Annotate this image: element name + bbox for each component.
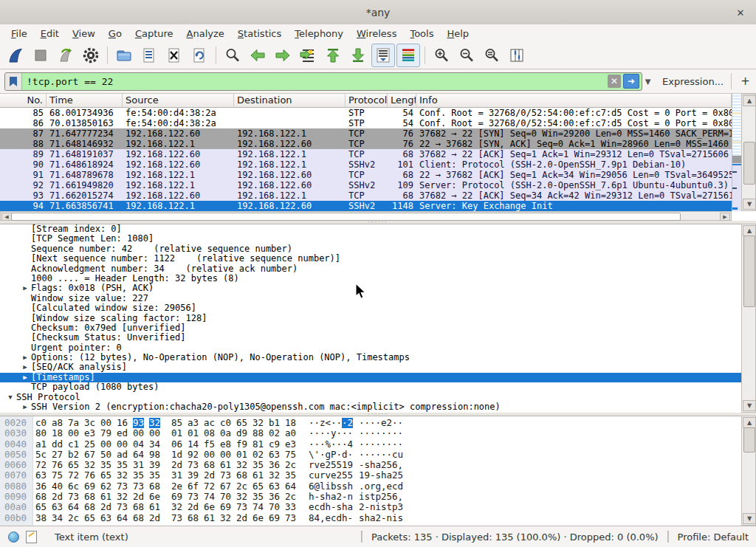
bytes-vscrollbar[interactable]: ▲ ▼ — [741, 416, 756, 526]
resize-columns-icon[interactable] — [505, 44, 529, 67]
column-header-no[interactable]: No. — [0, 94, 47, 108]
menu-telephony[interactable]: Telephony — [288, 27, 350, 41]
hex-row[interactable]: 00a0656364682d736861322d6e6973747033ecdh… — [0, 502, 756, 512]
hex-row[interactable]: 0030801800e379ed00000101080ad98802a0····… — [0, 428, 756, 438]
menu-tools[interactable]: Tools — [403, 27, 440, 41]
scroll-up-icon[interactable]: ▲ — [743, 95, 756, 106]
scroll-up-icon[interactable]: ▲ — [743, 417, 756, 428]
scroll-down-icon[interactable]: ▼ — [743, 400, 756, 411]
file-save-icon[interactable] — [137, 44, 161, 67]
file-open-icon[interactable] — [112, 44, 136, 67]
detail-line[interactable]: [Checksum Status: Unverified] — [0, 333, 756, 343]
menu-analyze[interactable]: Analyze — [180, 27, 231, 41]
detail-line[interactable]: ▶[SEQ/ACK analysis] — [0, 362, 756, 372]
expander-closed-icon[interactable]: ▶ — [19, 373, 31, 382]
filter-history-dropdown-icon[interactable]: ▼ — [644, 78, 652, 86]
profile-selector[interactable]: Profile: Default — [678, 531, 749, 543]
scroll-down-icon[interactable]: ▼ — [743, 199, 756, 210]
detail-line[interactable]: Acknowledgment number: 34 (relative ack … — [0, 264, 756, 274]
hex-row[interactable]: 0070637572766532353531392d7368613235curv… — [0, 470, 756, 481]
packet-row[interactable]: 9271.661949820192.168.122.1192.168.122.6… — [0, 180, 732, 190]
expression-button[interactable]: Expression... — [662, 76, 724, 87]
scrollbar-thumb[interactable] — [743, 142, 755, 185]
packet-row[interactable]: 8568.001734936fe:54:00:d4:38:2aSTP54Conf… — [0, 108, 732, 118]
capture-comment-icon[interactable] — [26, 531, 37, 543]
filter-apply-icon[interactable]: ➜ — [623, 74, 639, 89]
packet-row[interactable]: 8971.648191037192.168.122.60192.168.122.… — [0, 149, 732, 159]
hex-row[interactable]: 00505c27b26750ad64981d92000001026375\'·g… — [0, 450, 756, 460]
packet-row[interactable]: 9171.648789678192.168.122.1192.168.122.6… — [0, 170, 732, 180]
filter-bookmark-icon[interactable] — [5, 73, 22, 90]
go-back-icon[interactable] — [246, 44, 269, 67]
display-filter-input[interactable]: !tcp.port == 22 ✕ ➜ — [4, 72, 642, 91]
go-last-icon[interactable] — [346, 44, 370, 67]
scrollbar-thumb[interactable] — [743, 427, 755, 453]
zoom-in-icon[interactable] — [430, 44, 453, 67]
filter-clear-icon[interactable]: ✕ — [608, 75, 621, 88]
capture-restart-icon[interactable] — [54, 44, 78, 67]
details-vscrollbar[interactable]: ▲ ▼ — [741, 224, 756, 413]
auto-scroll-toggle-icon[interactable] — [371, 44, 395, 67]
scroll-down-icon[interactable]: ▼ — [743, 513, 756, 524]
scrollbar-thumb[interactable] — [11, 213, 681, 221]
packet-row[interactable]: 8670.013850163fe:54:00:d4:38:2aSTP54Conf… — [0, 118, 732, 128]
packet-row[interactable]: 8871.648146932192.168.122.1192.168.122.6… — [0, 139, 732, 149]
detail-line[interactable]: Window size value: 227 — [0, 294, 756, 303]
add-filter-button[interactable]: + — [739, 75, 752, 88]
detail-line[interactable]: [TCP Segment Len: 1080] — [0, 234, 756, 244]
scroll-right-icon[interactable]: ▶ — [720, 213, 730, 221]
menu-statistics[interactable]: Statistics — [231, 27, 288, 41]
hex-row[interactable]: 008036406c69627373682e6f72672c6563646@li… — [0, 481, 756, 492]
menu-go[interactable]: Go — [102, 27, 128, 41]
scroll-up-icon[interactable]: ▲ — [743, 225, 756, 236]
detail-line[interactable]: [Calculated window size: 29056] — [0, 303, 756, 313]
find-packet-icon[interactable] — [221, 44, 244, 67]
colorize-toggle-icon[interactable] — [396, 44, 420, 67]
detail-line[interactable]: [Stream index: 0] — [0, 224, 756, 234]
column-header-source[interactable]: Source — [123, 94, 234, 108]
file-close-icon[interactable] — [162, 44, 186, 67]
menu-wireless[interactable]: Wireless — [350, 27, 403, 41]
packet-list-vscrollbar[interactable]: ▲ ▼ — [741, 94, 756, 211]
expander-closed-icon[interactable]: ▶ — [19, 402, 31, 412]
capture-stop-icon[interactable] — [29, 44, 52, 67]
menu-edit[interactable]: Edit — [34, 27, 66, 41]
scrollbar-thumb[interactable] — [743, 235, 755, 307]
column-header-length[interactable]: Length — [388, 94, 416, 108]
hex-row[interactable]: 00b038342c656364682d736861322d6e697384,e… — [0, 513, 756, 523]
detail-line[interactable]: Sequence number: 42 (relative sequence n… — [0, 244, 756, 254]
detail-line[interactable]: [Next sequence number: 1122 (relative se… — [0, 254, 756, 264]
expert-info-icon[interactable] — [8, 531, 19, 543]
go-first-icon[interactable] — [321, 44, 345, 67]
detail-line[interactable]: TCP payload (1080 bytes) — [0, 382, 756, 392]
expander-closed-icon[interactable]: ▶ — [19, 283, 31, 293]
column-header-destination[interactable]: Destination — [234, 94, 346, 108]
zoom-out-icon[interactable] — [455, 44, 478, 67]
capture-start-icon[interactable] — [4, 44, 27, 67]
menu-help[interactable]: Help — [440, 27, 475, 41]
packet-row[interactable]: 9471.663856741192.168.122.1192.168.122.6… — [0, 201, 732, 211]
packet-row[interactable]: 9371.662015274192.168.122.60192.168.122.… — [0, 190, 732, 201]
detail-line[interactable]: Urgent pointer: 0 — [0, 343, 756, 353]
hex-row[interactable]: 006072766532353531392d7368613235362crve2… — [0, 460, 756, 470]
expander-open-icon[interactable]: ▼ — [4, 393, 16, 402]
scroll-left-icon[interactable]: ◀ — [1, 213, 12, 221]
intelligent-scrollbar-map[interactable] — [732, 94, 741, 211]
expander-closed-icon[interactable]: ▶ — [19, 362, 31, 372]
detail-line[interactable]: [Window size scaling factor: 128] — [0, 314, 756, 323]
capture-options-icon[interactable] — [79, 44, 103, 67]
file-reload-icon[interactable] — [188, 44, 211, 67]
column-header-protocol[interactable]: Protocol — [346, 94, 388, 108]
display-filter-value[interactable]: !tcp.port == 22 — [22, 76, 608, 87]
detail-line[interactable]: ▶[Timestamps] — [0, 373, 756, 382]
column-header-time[interactable]: Time — [47, 94, 123, 108]
go-forward-icon[interactable] — [271, 44, 295, 67]
detail-line[interactable]: ▼SSH Protocol — [0, 393, 756, 402]
packet-row[interactable]: 9071.648618924192.168.122.60192.168.122.… — [0, 159, 732, 170]
hex-row[interactable]: 0040a1ddc125000004340614f5e8f981c9e3···%… — [0, 439, 756, 450]
hex-row[interactable]: 0090682d736861322d6e697374703235362ch-sh… — [0, 492, 756, 502]
packet-list-hscrollbar[interactable]: ◀ ▶ — [0, 211, 732, 221]
menu-view[interactable]: View — [66, 27, 102, 41]
zoom-100-icon[interactable] — [480, 44, 504, 67]
packet-row[interactable]: 8771.647777234192.168.122.60192.168.122.… — [0, 128, 732, 139]
